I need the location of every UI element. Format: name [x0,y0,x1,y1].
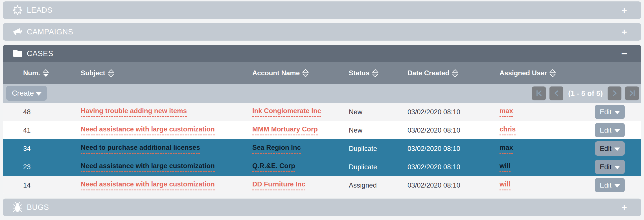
pagination: (1 - 5 of 5) [532,86,639,100]
account-name-link[interactable]: Sea Region Inc [252,144,301,154]
chevron-down-icon [614,129,620,133]
case-number: 41 [3,126,78,134]
case-date-created: 03/02/2020 08:10 [408,145,500,153]
case-status: Assigned [348,181,408,189]
sort-icon [549,69,556,77]
table-row[interactable]: 14 Need assistance with large customizat… [3,176,641,194]
panel-cases: CASES − Num. Subject Account Name [3,45,641,194]
case-number: 23 [3,163,78,171]
panel-bugs-title: BUGS [27,203,49,212]
panel-cases-title: CASES [27,49,53,58]
panel-campaigns-title: CAMPAIGNS [27,28,73,36]
chevron-down-icon [36,92,42,96]
case-status: Duplicate [348,163,408,171]
megaphone-icon [13,27,22,37]
account-name-link[interactable]: DD Furniture Inc [252,180,305,190]
last-page-button[interactable] [625,86,639,100]
case-date-created: 03/02/2020 08:10 [408,108,500,116]
folder-icon [13,49,22,58]
edit-button[interactable]: Edit [595,178,625,192]
assigned-user-link[interactable]: max [500,107,513,117]
panel-campaigns[interactable]: CAMPAIGNS + [3,23,641,41]
star-burst-icon [13,5,22,15]
pagination-count: (1 - 5 of 5) [568,89,603,98]
panel-leads-title: LEADS [27,6,52,15]
chevron-down-icon [614,184,620,188]
sort-icon [43,69,49,77]
assigned-user-link[interactable]: max [500,144,513,154]
case-number: 14 [3,181,78,189]
case-subject-link[interactable]: Having trouble adding new items [81,107,187,117]
account-name-link[interactable]: MMM Mortuary Corp [252,125,318,135]
column-header-status[interactable]: Status [348,69,408,77]
case-date-created: 03/02/2020 08:10 [408,163,500,171]
chevron-down-icon [614,166,620,169]
account-name-link[interactable]: Ink Conglomerate Inc [252,107,321,117]
table-row-selected[interactable]: 23 Need assistance with large customizat… [3,158,641,176]
table-row-selected[interactable]: 34 Need to purchase additional licenses … [3,139,641,158]
minus-icon[interactable]: − [619,48,630,59]
column-header-subject[interactable]: Subject [78,69,249,77]
edit-button[interactable]: Edit [595,160,625,174]
create-button[interactable]: Create [6,86,47,101]
assigned-user-link[interactable]: chris [500,125,516,135]
case-subject-link[interactable]: Need to purchase additional licenses [81,144,200,154]
edit-button[interactable]: Edit [595,105,625,119]
sort-icon [108,69,114,77]
case-subject-link[interactable]: Need assistance with large customization [81,180,215,190]
edit-button[interactable]: Edit [595,123,625,137]
bug-icon [13,203,22,212]
panel-leads[interactable]: LEADS + [3,1,641,19]
assigned-user-link[interactable]: will [500,162,511,172]
sort-icon [372,69,378,77]
first-page-button[interactable] [532,86,546,100]
account-name-link[interactable]: Q.R.&E. Corp [252,162,295,172]
case-number: 48 [3,108,78,116]
cases-column-header-row: Num. Subject Account Name Status [3,62,641,84]
sort-icon [302,69,309,77]
case-status: New [348,108,408,116]
panel-bugs[interactable]: BUGS + [3,199,641,216]
case-subject-link[interactable]: Need assistance with large customization [81,125,215,135]
chevron-down-icon [614,148,620,151]
case-status: New [348,126,408,134]
plus-icon[interactable]: + [619,5,630,15]
cases-header[interactable]: CASES − [3,45,641,62]
table-row[interactable]: 48 Having trouble adding new items Ink C… [3,103,641,121]
column-header-num[interactable]: Num. [3,69,78,77]
next-page-button[interactable] [608,86,621,100]
edit-button[interactable]: Edit [595,141,625,156]
column-header-assigned-user[interactable]: Assigned User [500,69,593,77]
plus-icon[interactable]: + [619,27,630,37]
case-number: 34 [3,145,78,153]
table-row[interactable]: 41 Need assistance with large customizat… [3,121,641,139]
sort-icon [452,69,458,77]
case-date-created: 03/02/2020 08:10 [408,181,500,189]
case-subject-link[interactable]: Need assistance with large customization [81,162,215,172]
column-header-account-name[interactable]: Account Name [249,69,348,77]
cases-toolbar: Create (1 - 5 of 5) [3,84,641,103]
plus-icon[interactable]: + [619,203,630,212]
case-date-created: 03/02/2020 08:10 [408,126,500,134]
column-header-date-created[interactable]: Date Created [408,69,500,77]
previous-page-button[interactable] [549,86,563,100]
chevron-down-icon [614,111,620,114]
assigned-user-link[interactable]: will [500,180,511,190]
case-status: Duplicate [348,145,408,153]
